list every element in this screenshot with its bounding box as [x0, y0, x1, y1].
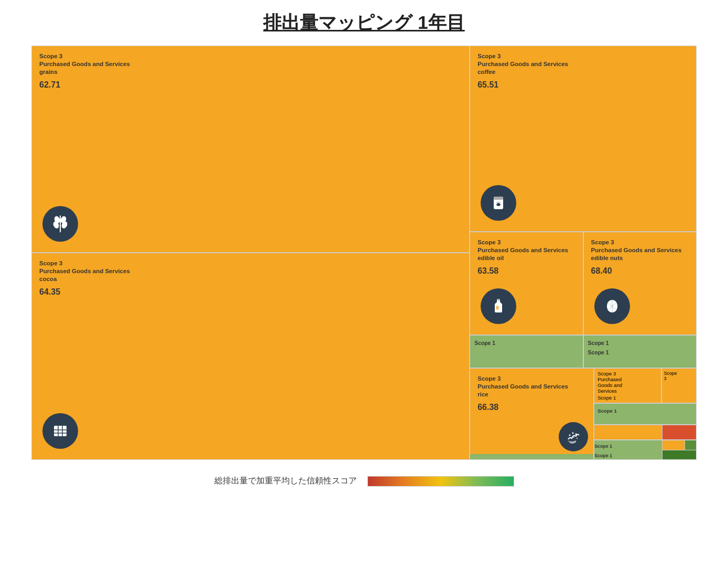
svg-point-16: [572, 433, 574, 434]
edible-nuts-value: 68.40: [591, 266, 689, 276]
cell-coffee[interactable]: Scope 3 Purchased Goods and Services cof…: [470, 46, 696, 232]
edible-oil-icon-wrap: [481, 288, 516, 324]
rb-bottom-mini: [662, 440, 696, 459]
rb-row1: Scope 3PurchasedGoods andServices Scope …: [594, 369, 696, 404]
coffee-scope-label: Scope 3 Purchased Goods and Services cof…: [477, 52, 689, 76]
grains-icon: [42, 206, 78, 242]
svg-rect-4: [60, 215, 61, 232]
cell-cocoa[interactable]: Scope 3 Purchased Goods and Services coc…: [32, 253, 469, 459]
left-column: Scope 3 Purchased Goods and Services gra…: [32, 46, 470, 459]
coffee-icon: [481, 185, 516, 221]
legend-color-bar: [367, 476, 514, 487]
legend-label: 総排出量で加重平均した信頼性スコア: [214, 476, 357, 487]
rb-mini-top: [662, 440, 696, 450]
rb-scope3-right-label: Scope3: [664, 371, 694, 381]
svg-point-17: [575, 434, 577, 435]
rb-scope1-label: Scope 1: [597, 395, 658, 401]
svg-rect-13: [497, 299, 500, 300]
scope1-right[interactable]: Scope 1Scope 1: [584, 336, 696, 368]
coffee-value: 65.51: [477, 80, 689, 90]
rice-icon-wrap: [559, 422, 588, 451]
legend-area: 総排出量で加重平均した信頼性スコア: [31, 476, 697, 487]
rb-mini-bot[interactable]: [662, 450, 696, 460]
treemap: Scope 3 Purchased Goods and Services gra…: [31, 46, 697, 460]
rb-row3-red[interactable]: [662, 425, 696, 439]
svg-rect-11: [494, 197, 503, 200]
rb-row4: Scope 1Scope 1: [594, 440, 696, 459]
svg-point-15: [569, 435, 571, 436]
rb-row3-orange[interactable]: [594, 425, 662, 439]
rb-mini-top-green[interactable]: [685, 440, 696, 450]
middle-right-row: Scope 3 Purchased Goods and Services edi…: [470, 232, 696, 336]
svg-rect-5: [54, 426, 67, 436]
svg-point-18: [573, 437, 574, 438]
scope1-left[interactable]: Scope 1: [470, 336, 583, 368]
cocoa-icon: [42, 413, 78, 449]
cocoa-value: 64.35: [39, 287, 462, 297]
scope1-right-label: Scope 1Scope 1: [588, 340, 609, 355]
grains-value: 62.71: [39, 80, 462, 90]
rice-icon: [559, 422, 588, 451]
cocoa-scope-label: Scope 3 Purchased Goods and Services coc…: [39, 260, 462, 283]
svg-point-19: [577, 438, 578, 439]
edible-nuts-scope-label: Scope 3 Purchased Goods and Services edi…: [591, 239, 689, 262]
rice-value: 66.38: [477, 403, 586, 412]
edible-oil-icon: [481, 288, 516, 324]
rb-mini-top-orange[interactable]: [662, 440, 685, 450]
scope1-row: Scope 1 Scope 1Scope 1: [470, 336, 696, 369]
rb-scope3-left[interactable]: Scope 3PurchasedGoods andServices Scope …: [594, 369, 662, 403]
rb-scope3-right[interactable]: Scope3: [662, 369, 696, 403]
cell-rice[interactable]: Scope 3 Purchased Goods and Services ric…: [470, 369, 594, 459]
rice-green-bar: [470, 454, 593, 459]
grains-icon-wrap: [42, 206, 78, 242]
page-title: 排出量マッピング 1年目: [31, 10, 697, 35]
rb-scope1-bottom-label: Scope 1Scope 1: [594, 444, 612, 458]
right-column: Scope 3 Purchased Goods and Services cof…: [470, 46, 696, 459]
edible-oil-value: 63.58: [477, 266, 575, 276]
rice-scope-label: Scope 3 Purchased Goods and Services ric…: [477, 375, 586, 398]
coffee-icon-wrap: [481, 185, 516, 221]
right-bottom-sub: Scope 3PurchasedGoods andServices Scope …: [594, 369, 696, 459]
svg-point-14: [496, 306, 499, 310]
rb-row2-label: Scope 1: [597, 408, 617, 414]
scope1-left-label: Scope 1: [474, 340, 495, 346]
edible-nuts-icon-wrap: [594, 288, 630, 324]
cell-edible-nuts[interactable]: Scope 3 Purchased Goods and Services edi…: [584, 232, 696, 335]
cocoa-icon-wrap: [42, 413, 78, 449]
cell-grains[interactable]: Scope 3 Purchased Goods and Services gra…: [32, 46, 469, 253]
rb-green-big[interactable]: Scope 1Scope 1: [594, 440, 662, 459]
rb-scope3-label: Scope 3PurchasedGoods andServices: [597, 371, 658, 394]
edible-nuts-icon: [594, 288, 630, 324]
rb-row3: [594, 425, 696, 440]
rb-row2-scope1[interactable]: Scope 1: [594, 404, 696, 425]
grains-scope-label: Scope 3 Purchased Goods and Services gra…: [39, 52, 462, 76]
edible-oil-scope-label: Scope 3 Purchased Goods and Services edi…: [477, 239, 575, 262]
cell-edible-oil[interactable]: Scope 3 Purchased Goods and Services edi…: [470, 232, 583, 335]
bottom-right-area: Scope 3 Purchased Goods and Services ric…: [470, 369, 696, 459]
